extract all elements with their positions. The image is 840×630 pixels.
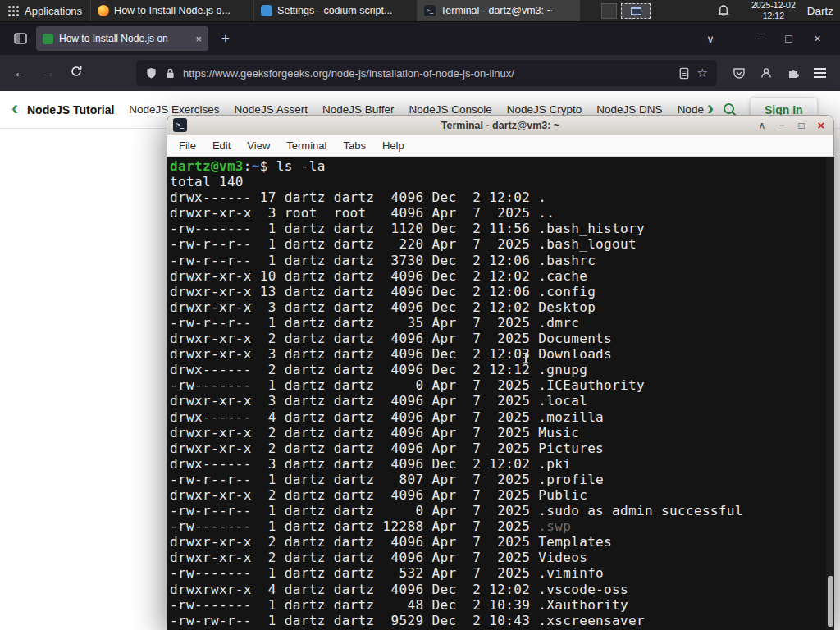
file-name: .profile <box>538 472 604 487</box>
nav-item-tutorial[interactable]: NodeJS Tutorial <box>27 103 114 116</box>
terminal-output-line: -rw------- 1 dartz dartz 532 Apr 7 2025 … <box>170 565 834 581</box>
browser-minimize-button[interactable]: − <box>746 32 774 45</box>
notification-bell-icon[interactable] <box>717 4 730 17</box>
pocket-icon[interactable] <box>725 66 752 80</box>
tracking-shield-icon[interactable] <box>145 66 158 80</box>
nav-item-assert[interactable]: NodeJS Assert <box>235 103 308 116</box>
applications-grid-icon <box>8 6 19 16</box>
terminal-menubar: File Edit View Terminal Tabs Help <box>167 135 834 157</box>
file-name: Desktop <box>538 299 596 315</box>
tab-bar: How to Install Node.js on × + ∨ − □ × <box>0 22 840 55</box>
browser-close-button[interactable]: × <box>803 32 832 45</box>
terminal-output-line: drwxrwxr-x 4 dartz dartz 4096 Dec 2 12:0… <box>170 582 834 597</box>
browser-maximize-button[interactable]: □ <box>774 32 803 45</box>
menu-help[interactable]: Help <box>374 136 413 155</box>
taskbar-item-terminal[interactable]: >_ Terminal - dartz@vm3: ~ <box>417 0 580 21</box>
browser-tab-active[interactable]: How to Install Node.js on × <box>36 26 208 51</box>
back-button[interactable]: ← <box>7 65 34 81</box>
terminal-close-button[interactable]: × <box>815 118 828 132</box>
desktop: Applications How to Install Node.js o...… <box>0 0 840 630</box>
terminal-scrollbar-thumb[interactable] <box>828 576 833 627</box>
menu-view[interactable]: View <box>239 136 278 155</box>
forward-button[interactable]: → <box>34 65 62 81</box>
menu-file[interactable]: File <box>171 136 204 155</box>
file-name: .ICEauthority <box>538 377 645 393</box>
terminal-output-line: drwxr-xr-x 2 dartz dartz 4096 Apr 7 2025… <box>170 487 834 503</box>
panel-clock[interactable]: 2025-12-02 12:12 <box>751 0 796 21</box>
taskbar-item-firefox[interactable]: How to Install Node.js o... <box>90 0 253 21</box>
new-tab-button[interactable]: + <box>217 30 235 47</box>
file-name: .cache <box>538 268 587 284</box>
file-name: Music <box>538 425 579 441</box>
file-name: .swp <box>538 518 571 534</box>
file-name: .local <box>538 393 587 409</box>
terminal-output-line: drwxr-xr-x 3 root root 4096 Apr 7 2025 .… <box>170 205 834 221</box>
menu-edit[interactable]: Edit <box>204 136 239 155</box>
terminal-titlebar[interactable]: >_ Terminal - dartz@vm3: ~ ∧ − □ × <box>167 115 834 135</box>
applications-menu-button[interactable]: Applications <box>0 0 90 21</box>
file-name: .config <box>538 284 596 299</box>
padlock-icon[interactable] <box>165 67 176 80</box>
nav-item-truncated[interactable]: Node <box>678 103 704 116</box>
terminal-minimize-button[interactable]: − <box>775 120 788 131</box>
menu-tabs[interactable]: Tabs <box>335 136 373 155</box>
url-text[interactable]: https://www.geeksforgeeks.org/node-js/in… <box>183 67 671 80</box>
account-icon[interactable] <box>752 66 779 80</box>
workspace-1[interactable] <box>601 3 617 19</box>
firefox-view-icon[interactable] <box>8 31 33 46</box>
applications-label: Applications <box>25 5 82 17</box>
terminal-output-line: drwxr-xr-x 3 dartz dartz 4096 Dec 2 12:0… <box>170 299 834 315</box>
tab-close-icon[interactable]: × <box>194 33 202 45</box>
url-bar[interactable]: https://www.geeksforgeeks.org/node-js/in… <box>136 60 717 86</box>
file-name: Templates <box>538 534 612 550</box>
top-panel: Applications How to Install Node.js o...… <box>0 0 840 22</box>
terminal-output-line: drwxr-xr-x 10 dartz dartz 4096 Dec 2 12:… <box>170 268 834 284</box>
terminal-shade-button[interactable]: ∧ <box>756 120 769 131</box>
terminal-output-line: drwxr-xr-x 2 dartz dartz 4096 Apr 7 2025… <box>170 425 834 441</box>
list-all-tabs-icon[interactable]: ∨ <box>698 33 723 45</box>
file-name: .pki <box>538 456 571 472</box>
workspace-2-active[interactable] <box>621 3 651 19</box>
nav-item-crypto[interactable]: NodeJS Crypto <box>507 103 582 116</box>
file-name: Documents <box>538 331 612 346</box>
nav-item-console[interactable]: NodeJS Console <box>409 103 491 116</box>
clock-date: 2025-12-02 <box>751 0 796 11</box>
nav-item-dns[interactable]: NodeJS DNS <box>596 103 662 116</box>
terminal-prompt-line: dartz@vm3:~$ ls -la <box>170 158 834 174</box>
nav-item-exercises[interactable]: NodeJS Exercises <box>129 103 219 116</box>
bookmark-star-icon[interactable]: ☆ <box>697 66 708 80</box>
terminal-output-line: drwxr-xr-x 2 dartz dartz 4096 Apr 7 2025… <box>170 331 834 346</box>
clock-time: 12:12 <box>751 11 796 21</box>
nav-item-buffer[interactable]: NodeJS Buffer <box>322 103 395 116</box>
menu-hamburger-icon[interactable] <box>806 68 833 78</box>
nav-scroll-left-icon[interactable]: ‹ <box>10 100 20 119</box>
terminal-scrollbar[interactable] <box>826 157 834 630</box>
file-name: .bash_logout <box>538 236 637 252</box>
terminal-output-line: -rw-rw-r-- 1 dartz dartz 9529 Dec 2 10:4… <box>170 613 834 628</box>
terminal-window-controls: ∧ − □ × <box>756 118 828 132</box>
browser-window-controls: − □ × <box>746 32 832 45</box>
mouse-text-cursor <box>522 351 529 365</box>
file-name: .mozilla <box>538 409 604 425</box>
terminal-output-line: drwxr-xr-x 2 dartz dartz 4096 Apr 7 2025… <box>170 534 834 550</box>
terminal-output-line: drwx------ 17 dartz dartz 4096 Dec 2 12:… <box>170 189 834 205</box>
terminal-screen[interactable]: dartz@vm3:~$ ls -la total 140 drwx------… <box>167 157 834 630</box>
firefox-icon <box>98 5 109 16</box>
terminal-total-line: total 140 <box>170 174 834 189</box>
terminal-output-line: drwxr-xr-x 2 dartz dartz 4096 Apr 7 2025… <box>170 550 834 565</box>
file-name: .xscreensaver <box>538 613 645 628</box>
terminal-maximize-button[interactable]: □ <box>795 120 808 131</box>
taskbar-item-codium[interactable]: Settings - codium script... <box>253 0 417 21</box>
prompt-user-host: dartz@vm3 <box>170 158 244 174</box>
terminal-output-line: -rw------- 1 dartz dartz 1120 Dec 2 11:5… <box>170 221 834 236</box>
reload-button[interactable] <box>62 65 90 82</box>
terminal-output-line: -rw------- 1 dartz dartz 12288 Apr 7 202… <box>170 518 834 534</box>
terminal-output-line: -rw-r--r-- 1 dartz dartz 807 Apr 7 2025 … <box>170 472 834 487</box>
file-name: . <box>538 189 546 205</box>
menu-terminal[interactable]: Terminal <box>278 136 335 155</box>
reader-mode-icon[interactable] <box>678 67 690 80</box>
task-title: Settings - codium script... <box>277 5 392 16</box>
typed-command: ls -la <box>276 158 326 174</box>
extensions-puzzle-icon[interactable] <box>779 66 806 80</box>
codium-icon <box>261 5 272 16</box>
